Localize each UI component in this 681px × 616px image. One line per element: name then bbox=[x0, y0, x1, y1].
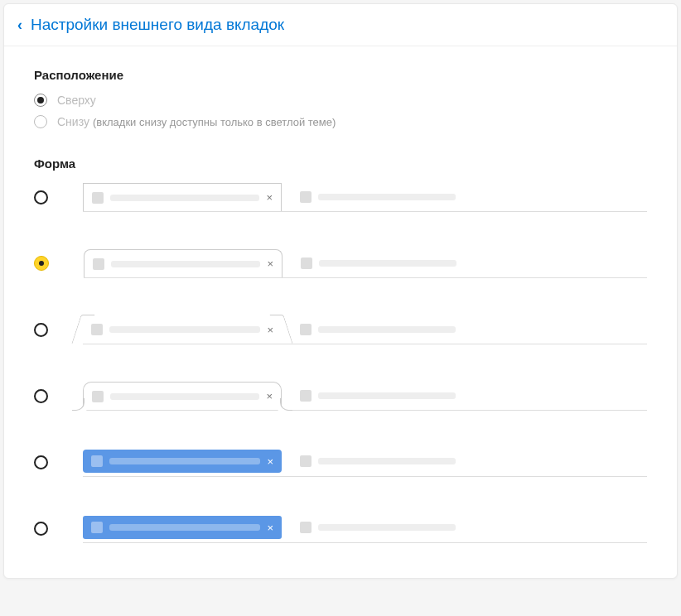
favicon-icon bbox=[300, 191, 312, 203]
tab-title-placeholder bbox=[318, 458, 456, 464]
settings-card: ‹ Настройки внешнего вида вкладок Распол… bbox=[3, 3, 678, 579]
close-icon: × bbox=[267, 456, 273, 467]
active-tab-preview: × bbox=[83, 315, 282, 344]
favicon-icon bbox=[93, 258, 104, 270]
tab-preview: × bbox=[83, 381, 647, 411]
radio-icon bbox=[34, 190, 48, 205]
inactive-tab-preview bbox=[292, 450, 471, 473]
active-tab-preview: × bbox=[84, 249, 283, 277]
tab-preview: × bbox=[84, 248, 647, 278]
radio-icon bbox=[34, 256, 49, 271]
page-title: Настройки внешнего вида вкладок bbox=[31, 16, 284, 34]
inactive-tab-preview bbox=[292, 183, 471, 211]
option-hint: (вкладки снизу доступны только в светлой… bbox=[93, 116, 336, 128]
option-label: Снизу bbox=[57, 115, 89, 128]
active-tab-preview: × bbox=[83, 450, 282, 473]
radio-icon bbox=[34, 115, 47, 128]
inactive-tab-preview bbox=[292, 516, 471, 539]
favicon-icon bbox=[91, 324, 103, 335]
shape-option-curved[interactable]: × bbox=[34, 381, 647, 411]
close-icon: × bbox=[266, 391, 273, 402]
tab-title-placeholder bbox=[109, 458, 260, 464]
content: Расположение Сверху Снизу (вкладки снизу… bbox=[4, 46, 677, 578]
favicon-icon bbox=[300, 390, 312, 402]
position-option-top[interactable]: Сверху bbox=[34, 94, 647, 107]
shape-option-trapezoid[interactable]: × bbox=[34, 315, 647, 344]
tab-title-placeholder bbox=[318, 194, 456, 200]
tab-title-placeholder bbox=[319, 260, 456, 267]
inactive-tab-preview bbox=[292, 382, 471, 410]
tab-title-placeholder bbox=[109, 524, 260, 531]
shape-option-square[interactable]: × bbox=[34, 182, 647, 212]
inactive-tab-preview bbox=[292, 249, 471, 277]
favicon-icon bbox=[91, 522, 103, 533]
tab-preview: × bbox=[83, 182, 647, 212]
tab-preview: × bbox=[83, 447, 647, 477]
radio-icon bbox=[34, 455, 48, 469]
favicon-icon bbox=[301, 257, 312, 269]
radio-icon bbox=[34, 522, 48, 536]
tab-title-placeholder bbox=[318, 392, 456, 399]
shape-option-pill-square[interactable]: × bbox=[34, 513, 647, 543]
active-tab-preview: × bbox=[83, 516, 282, 539]
close-icon: × bbox=[266, 192, 273, 203]
back-icon[interactable]: ‹ bbox=[17, 17, 22, 32]
tab-title-placeholder bbox=[109, 326, 260, 333]
tab-title-placeholder bbox=[110, 195, 259, 201]
active-tab-preview: × bbox=[83, 183, 282, 211]
favicon-icon bbox=[300, 522, 312, 533]
favicon-icon bbox=[92, 192, 104, 204]
close-icon: × bbox=[267, 325, 273, 335]
shape-section: Форма × bbox=[34, 156, 647, 543]
tab-title-placeholder bbox=[110, 393, 259, 400]
favicon-icon bbox=[92, 391, 104, 402]
tab-title-placeholder bbox=[111, 261, 260, 267]
close-icon: × bbox=[267, 522, 273, 533]
inactive-tab-preview bbox=[292, 315, 471, 344]
favicon-icon bbox=[300, 455, 312, 467]
favicon-icon bbox=[91, 455, 103, 467]
radio-icon bbox=[34, 389, 48, 403]
close-icon: × bbox=[267, 258, 273, 269]
tab-preview: × bbox=[83, 513, 647, 543]
position-section-title: Расположение bbox=[34, 68, 647, 82]
position-option-bottom[interactable]: Снизу (вкладки снизу доступны только в с… bbox=[34, 115, 647, 128]
shape-option-rounded[interactable]: × bbox=[34, 248, 647, 278]
shape-section-title: Форма bbox=[34, 156, 647, 171]
active-tab-preview: × bbox=[83, 382, 282, 410]
tab-title-placeholder bbox=[318, 524, 456, 531]
tab-title-placeholder bbox=[318, 326, 456, 333]
option-label: Сверху bbox=[57, 94, 96, 107]
tab-preview: × bbox=[83, 315, 647, 344]
radio-icon bbox=[34, 94, 47, 107]
favicon-icon bbox=[300, 324, 312, 335]
shape-option-pill[interactable]: × bbox=[34, 447, 647, 477]
header: ‹ Настройки внешнего вида вкладок bbox=[4, 4, 677, 46]
radio-icon bbox=[34, 323, 48, 337]
